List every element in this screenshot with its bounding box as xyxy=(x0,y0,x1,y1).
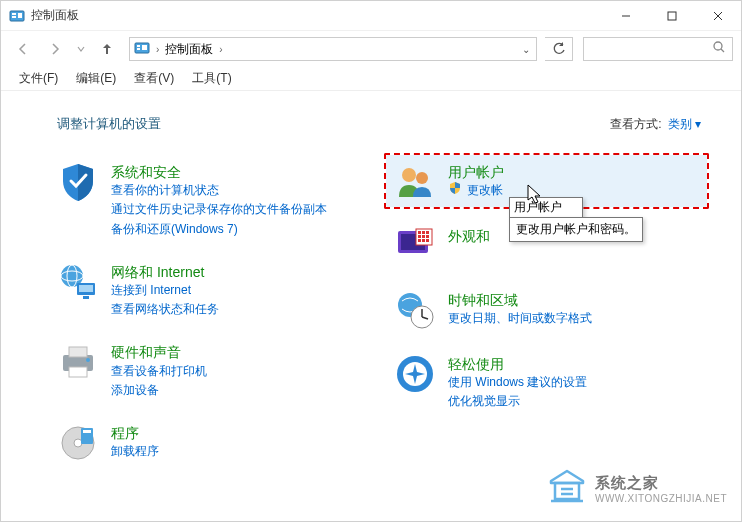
view-by: 查看方式: 类别 ▾ xyxy=(610,116,701,133)
ease-of-access-icon xyxy=(394,353,436,395)
user-accounts-icon xyxy=(394,161,436,203)
svg-rect-39 xyxy=(418,239,421,242)
svg-rect-36 xyxy=(418,235,421,238)
svg-rect-21 xyxy=(69,347,87,357)
category-programs[interactable]: 程序 卸载程序 xyxy=(57,422,364,464)
category-ease-of-access[interactable]: 轻松使用 使用 Windows 建议的设置 优化视觉显示 xyxy=(394,353,701,412)
tooltip-title: 用户帐户 xyxy=(509,197,583,218)
link-windows-suggested[interactable]: 使用 Windows 建议的设置 xyxy=(448,373,587,392)
svg-rect-19 xyxy=(83,296,89,299)
clock-globe-icon xyxy=(394,289,436,331)
back-button[interactable] xyxy=(9,35,37,63)
printer-icon xyxy=(57,341,99,383)
page-heading: 调整计算机的设置 xyxy=(57,115,161,133)
cursor-icon xyxy=(524,183,544,211)
left-column: 系统和安全 查看你的计算机状态 通过文件历史记录保存你的文件备份副本 备份和还原… xyxy=(57,161,364,486)
chevron-right-icon: › xyxy=(156,44,159,55)
svg-rect-48 xyxy=(555,483,579,499)
globe-network-icon xyxy=(57,261,99,303)
svg-rect-3 xyxy=(18,13,22,18)
address-dropdown-icon[interactable]: ⌄ xyxy=(522,44,532,55)
menu-tools[interactable]: 工具(T) xyxy=(184,68,239,89)
svg-rect-33 xyxy=(418,231,421,234)
menu-bar: 文件(F) 编辑(E) 查看(V) 工具(T) xyxy=(1,67,741,91)
right-column: 用户帐户 更改帐类型 用户帐户 更改用户帐户和密码。 xyxy=(394,161,701,486)
recent-dropdown-button[interactable] xyxy=(73,35,89,63)
minimize-button[interactable] xyxy=(603,1,649,31)
svg-rect-10 xyxy=(137,48,140,50)
svg-rect-41 xyxy=(426,239,429,242)
link-uninstall-program[interactable]: 卸载程序 xyxy=(111,442,159,461)
view-by-dropdown[interactable]: 类别 ▾ xyxy=(668,116,701,133)
breadcrumb-control-panel[interactable]: 控制面板 xyxy=(165,41,213,58)
svg-rect-1 xyxy=(12,13,16,15)
svg-rect-34 xyxy=(422,231,425,234)
category-clock-region[interactable]: 时钟和区域 更改日期、时间或数字格式 xyxy=(394,289,701,331)
category-title[interactable]: 程序 xyxy=(111,424,159,442)
svg-point-23 xyxy=(86,358,90,362)
chevron-right-icon: › xyxy=(219,44,222,55)
appearance-icon xyxy=(394,225,436,267)
svg-rect-40 xyxy=(422,239,425,242)
category-hardware-sound[interactable]: 硬件和声音 查看设备和打印机 添加设备 xyxy=(57,341,364,400)
uac-shield-icon xyxy=(448,181,462,201)
svg-point-28 xyxy=(402,168,416,182)
category-title[interactable]: 轻松使用 xyxy=(448,355,587,373)
category-title[interactable]: 系统和安全 xyxy=(111,163,327,181)
svg-rect-22 xyxy=(69,367,87,377)
category-title[interactable]: 硬件和声音 xyxy=(111,343,207,361)
control-panel-small-icon xyxy=(134,40,150,59)
category-title[interactable]: 用户帐户 xyxy=(448,163,527,181)
svg-point-29 xyxy=(416,172,428,184)
control-panel-icon xyxy=(9,8,25,24)
category-network-internet[interactable]: 网络和 Internet 连接到 Internet 查看网络状态和任务 xyxy=(57,261,364,320)
link-add-device[interactable]: 添加设备 xyxy=(111,381,207,400)
svg-point-25 xyxy=(74,439,82,447)
link-change-date-time[interactable]: 更改日期、时间或数字格式 xyxy=(448,309,592,328)
search-input[interactable] xyxy=(583,37,733,61)
svg-rect-9 xyxy=(137,45,140,47)
svg-point-12 xyxy=(714,42,722,50)
link-backup-restore-win7[interactable]: 备份和还原(Windows 7) xyxy=(111,220,327,239)
category-system-security[interactable]: 系统和安全 查看你的计算机状态 通过文件历史记录保存你的文件备份副本 备份和还原… xyxy=(57,161,364,239)
link-connect-internet[interactable]: 连接到 Internet xyxy=(111,281,219,300)
link-devices-printers[interactable]: 查看设备和打印机 xyxy=(111,362,207,381)
category-user-accounts[interactable]: 用户帐户 更改帐类型 用户帐户 更改用户帐户和密码。 xyxy=(394,161,701,203)
refresh-button[interactable] xyxy=(545,37,573,61)
nav-bar: › 控制面板 › ⌄ xyxy=(1,31,741,67)
svg-rect-27 xyxy=(83,430,91,433)
watermark-text: 系统之家 xyxy=(595,474,727,493)
up-button[interactable] xyxy=(93,35,121,63)
link-file-history-backup[interactable]: 通过文件历史记录保存你的文件备份副本 xyxy=(111,200,327,219)
link-optimize-visual[interactable]: 优化视觉显示 xyxy=(448,392,587,411)
search-icon xyxy=(712,40,726,58)
svg-rect-18 xyxy=(79,285,93,292)
shield-icon xyxy=(57,161,99,203)
svg-rect-2 xyxy=(12,16,16,18)
programs-disc-icon xyxy=(57,422,99,464)
svg-line-13 xyxy=(721,49,724,52)
category-title[interactable]: 外观和化 xyxy=(448,227,504,245)
svg-rect-35 xyxy=(426,231,429,234)
address-bar[interactable]: › 控制面板 › ⌄ xyxy=(129,37,537,61)
menu-edit[interactable]: 编辑(E) xyxy=(68,68,124,89)
watermark-url: WWW.XITONGZHIJIA.NET xyxy=(595,493,727,504)
forward-button[interactable] xyxy=(41,35,69,63)
watermark-logo-icon xyxy=(547,469,587,509)
category-title[interactable]: 时钟和区域 xyxy=(448,291,592,309)
close-button[interactable] xyxy=(695,1,741,31)
menu-view[interactable]: 查看(V) xyxy=(126,68,182,89)
svg-rect-11 xyxy=(142,45,147,50)
link-network-status[interactable]: 查看网络状态和任务 xyxy=(111,300,219,319)
content-area: 调整计算机的设置 查看方式: 类别 ▾ 系统和安全 查看你的计算机状态 通过文件… xyxy=(1,91,741,486)
svg-rect-37 xyxy=(422,235,425,238)
watermark: 系统之家 WWW.XITONGZHIJIA.NET xyxy=(547,469,727,509)
tooltip-body: 更改用户帐户和密码。 xyxy=(509,217,643,242)
window-title: 控制面板 xyxy=(31,7,603,24)
view-by-label: 查看方式: xyxy=(610,116,661,133)
title-bar: 控制面板 xyxy=(1,1,741,31)
category-title[interactable]: 网络和 Internet xyxy=(111,263,219,281)
menu-file[interactable]: 文件(F) xyxy=(11,68,66,89)
maximize-button[interactable] xyxy=(649,1,695,31)
link-view-computer-status[interactable]: 查看你的计算机状态 xyxy=(111,181,327,200)
